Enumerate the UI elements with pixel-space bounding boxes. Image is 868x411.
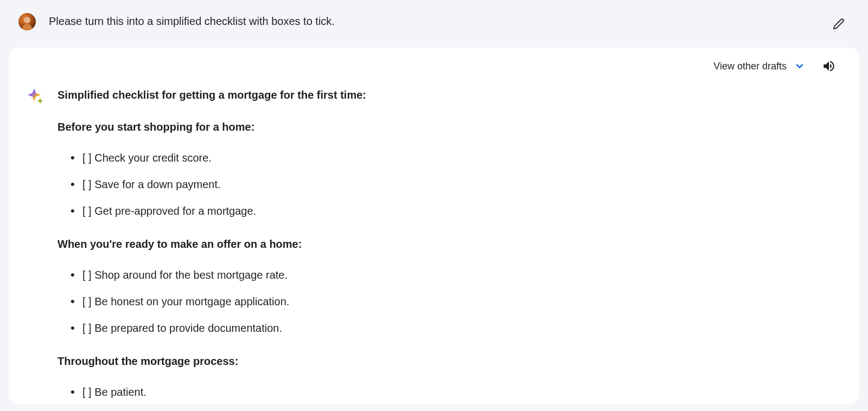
checklist-2: [ ] Be patient.: [58, 384, 366, 401]
list-item: [ ] Be honest on your mortgage applicati…: [71, 293, 366, 310]
list-item: [ ] Shop around for the best mortgage ra…: [71, 267, 366, 284]
list-item: [ ] Get pre-approved for a mortgage.: [71, 203, 366, 220]
user-message-row: Please turn this into a simplified check…: [0, 0, 868, 48]
checklist-1: [ ] Shop around for the best mortgage ra…: [58, 267, 366, 337]
checklist-item-text: [ ] Be honest on your mortgage applicati…: [82, 296, 289, 307]
list-item: [ ] Be prepared to provide documentation…: [71, 320, 366, 337]
list-item: [ ] Check your credit score.: [71, 150, 366, 166]
checklist-item-text: [ ] Check your credit score.: [82, 152, 212, 164]
user-avatar[interactable]: [18, 13, 36, 30]
speaker-icon: [822, 59, 836, 73]
user-message-text: Please turn this into a simplified check…: [49, 13, 815, 29]
checklist-item-text: [ ] Save for a down payment.: [82, 178, 221, 190]
response-title: Simplified checklist for getting a mortg…: [58, 87, 366, 104]
section-heading-2: Throughout the mortgage process:: [58, 353, 366, 370]
response-content: Simplified checklist for getting a mortg…: [58, 87, 366, 404]
bard-spark-icon: [27, 88, 44, 105]
response-card: View other drafts: [9, 48, 859, 404]
read-aloud-button[interactable]: [820, 57, 838, 75]
section-heading-0: Before you start shopping for a home:: [58, 119, 366, 136]
checklist-item-text: [ ] Be patient.: [82, 386, 146, 398]
checklist-item-text: [ ] Shop around for the best mortgage ra…: [82, 269, 288, 281]
checklist-0: [ ] Check your credit score. [ ] Save fo…: [58, 150, 366, 220]
pencil-icon: [833, 18, 845, 30]
view-other-drafts-button[interactable]: View other drafts: [713, 61, 805, 72]
checklist-item-text: [ ] Get pre-approved for a mortgage.: [82, 205, 256, 217]
edit-message-button[interactable]: [828, 13, 850, 35]
response-header: View other drafts: [9, 48, 859, 75]
response-body: Simplified checklist for getting a mortg…: [9, 75, 859, 404]
list-item: [ ] Save for a down payment.: [71, 176, 366, 193]
list-item: [ ] Be patient.: [71, 384, 366, 401]
chevron-down-icon: [794, 61, 805, 72]
section-heading-1: When you're ready to make an offer on a …: [58, 236, 366, 253]
checklist-item-text: [ ] Be prepared to provide documentation…: [82, 322, 282, 334]
drafts-label: View other drafts: [713, 61, 787, 72]
